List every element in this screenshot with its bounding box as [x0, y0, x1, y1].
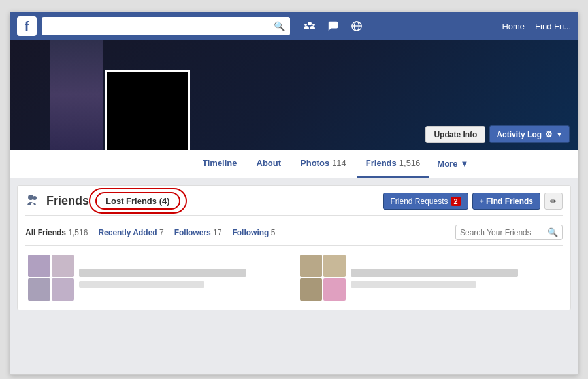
profile-nav-tabs: Timeline About Photos 114 Friends 1,516 … — [10, 150, 578, 178]
friend-photo-cell — [28, 255, 50, 277]
subnav-following[interactable]: Following 5 — [232, 228, 275, 237]
friend-photo-grid — [28, 255, 74, 301]
subnav-recently-added[interactable]: Recently Added 7 — [98, 228, 163, 237]
friend-photo-cell — [300, 278, 322, 301]
friend-photo-cell — [52, 255, 74, 277]
recently-added-count: 7 — [159, 228, 164, 237]
friend-info — [351, 269, 560, 288]
friend-name — [351, 269, 518, 277]
tab-about[interactable]: About — [248, 150, 291, 178]
friend-name — [79, 269, 246, 277]
photos-count: 114 — [332, 158, 346, 168]
nav-right-links: Home Find Fri... — [502, 22, 571, 31]
friends-panel: Friends Lost Friends (4) Friend Requests… — [17, 185, 571, 310]
update-info-button[interactable]: Update Info — [425, 126, 485, 143]
friends-actions: Friend Requests 2 + Find Friends ✏ — [383, 193, 563, 210]
friend-mutual — [79, 281, 204, 288]
friends-header: Friends Lost Friends (4) Friend Requests… — [25, 192, 563, 216]
cover-buttons: Update Info Activity Log ⚙ ▼ — [425, 125, 570, 143]
more-arrow-icon: ▼ — [460, 159, 468, 169]
lost-friends-button[interactable]: Lost Friends (4) — [95, 192, 180, 210]
chat-nav-icon[interactable] — [324, 17, 342, 35]
all-friends-count: 1,516 — [68, 228, 88, 237]
friend-requests-button[interactable]: Friend Requests 2 — [383, 193, 468, 210]
friends-search-icon: 🔍 — [547, 227, 558, 237]
globe-nav-icon[interactable] — [348, 17, 366, 35]
friend-mutual — [351, 281, 476, 288]
activity-log-button[interactable]: Activity Log ⚙ ▼ — [489, 125, 570, 143]
dropdown-arrow-icon: ▼ — [556, 131, 563, 138]
search-input[interactable] — [47, 22, 270, 31]
cover-left-strip — [50, 40, 103, 150]
friend-photo-grid — [300, 255, 346, 301]
edit-friends-button[interactable]: ✏ — [544, 193, 563, 210]
friend-card — [297, 252, 563, 303]
browser-frame: f 🔍 — [10, 12, 578, 375]
edit-icon: ✏ — [550, 197, 557, 206]
activity-log-label: Activity Log — [497, 130, 542, 139]
following-count: 5 — [271, 228, 276, 237]
home-link[interactable]: Home — [502, 22, 525, 31]
tab-friends[interactable]: Friends 1,516 — [357, 150, 430, 178]
friends-search-input[interactable] — [460, 228, 545, 237]
tab-photos[interactable]: Photos 114 — [291, 150, 355, 178]
subnav-followers[interactable]: Followers 17 — [174, 228, 222, 237]
friend-photo-cell — [300, 255, 322, 277]
friend-info — [79, 269, 288, 288]
nav-icons — [301, 17, 366, 35]
cover-left-inner — [50, 40, 103, 150]
friend-photo-cell — [323, 255, 346, 277]
lost-friends-highlight: Lost Friends (4) — [95, 192, 180, 210]
friend-photo-cell — [28, 278, 50, 301]
friends-nav-icon[interactable] — [301, 17, 319, 35]
friend-photo-cell — [52, 278, 74, 301]
main-content: Friends Lost Friends (4) Friend Requests… — [10, 178, 578, 374]
facebook-logo: f — [17, 16, 37, 36]
search-bar[interactable]: 🔍 — [42, 17, 290, 35]
friends-grid — [25, 252, 563, 303]
friends-subnav: All Friends 1,516 Recently Added 7 Follo… — [25, 221, 563, 246]
requests-badge: 2 — [451, 197, 461, 206]
find-friends-link[interactable]: Find Fri... — [535, 22, 571, 31]
subnav-all-friends[interactable]: All Friends 1,516 — [25, 228, 88, 237]
friend-requests-label: Friend Requests — [390, 197, 448, 206]
friend-photo-cell — [323, 278, 346, 301]
find-friends-button[interactable]: + Find Friends — [472, 193, 540, 210]
friends-title-area: Friends Lost Friends (4) — [25, 192, 180, 210]
cover-photo: Update Info Activity Log ⚙ ▼ — [10, 40, 578, 150]
friends-section-icon — [25, 193, 40, 208]
friends-count: 1,516 — [399, 158, 421, 168]
search-icon: 🔍 — [274, 21, 285, 31]
tab-timeline[interactable]: Timeline — [193, 150, 246, 178]
friend-card — [25, 252, 291, 303]
friends-search[interactable]: 🔍 — [455, 225, 563, 240]
profile-picture — [105, 70, 190, 150]
friends-title: Friends — [46, 194, 89, 208]
tab-more[interactable]: More ▼ — [431, 151, 475, 176]
followers-count: 17 — [213, 228, 221, 237]
facebook-topnav: f 🔍 — [10, 12, 578, 40]
gear-icon: ⚙ — [545, 129, 553, 139]
